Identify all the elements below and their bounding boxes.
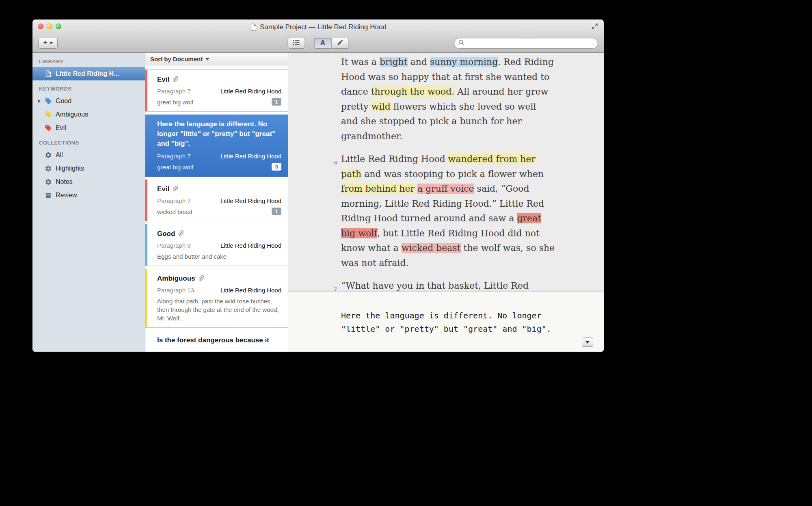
card-title-row: Here the language is different. No longe… <box>157 119 281 149</box>
note-editor[interactable]: Here the language is different. No longe… <box>288 292 604 336</box>
screen: Sample Project — Little Red Riding Hood … <box>0 0 812 506</box>
sort-by-document-dropdown[interactable]: Sort by Document <box>145 53 288 65</box>
panel-collapse-button[interactable] <box>582 337 593 347</box>
list-icon <box>292 39 300 47</box>
fullscreen-button[interactable] <box>591 23 599 31</box>
search-input[interactable] <box>467 40 594 47</box>
titlebar: Sample Project — Little Red Riding Hood <box>32 19 604 33</box>
annotate-mode-button[interactable] <box>331 38 349 49</box>
collection-label: Notes <box>56 178 73 186</box>
add-button[interactable]: + <box>38 38 58 49</box>
keywords-list: Good Ambiguous Evil <box>32 94 145 134</box>
text-segment[interactable]: bright <box>380 57 408 67</box>
window-title: Sample Project — Little Red Riding Hood <box>260 23 387 31</box>
library-item-little-red-riding-hood[interactable]: Little Red Riding H... <box>32 67 145 80</box>
collections-list: All Highlights <box>32 148 145 202</box>
pencil-icon <box>337 39 343 47</box>
zoom-button[interactable] <box>56 24 61 29</box>
annotation-card[interactable]: Evil Paragraph 7 Little Red Riding Hood <box>145 179 288 221</box>
text-segment[interactable]: sunny morning <box>430 57 498 67</box>
clipped-card-above <box>145 65 288 70</box>
note-text-line: "little" or "pretty" but "great" and "bi… <box>341 322 587 336</box>
main-content: LIBRARY Little Red Riding H... KEYWORDS <box>32 53 604 352</box>
text-segment: and <box>408 57 430 67</box>
archive-box-icon <box>45 192 52 199</box>
card-title-row: Is the forest dangerous because it <box>157 335 281 345</box>
card-color-stripe <box>145 269 147 327</box>
sidebar-item-keyword[interactable]: Good <box>32 94 145 108</box>
card-excerpt: great big wolf <box>157 98 193 106</box>
keyword-label: Evil <box>56 124 66 132</box>
text-segment[interactable]: wicked beast <box>402 243 461 253</box>
document-icon <box>250 24 257 31</box>
sidebar-item-collection[interactable]: All <box>32 148 145 162</box>
text-segment[interactable]: wild <box>371 102 391 112</box>
card-title-row: Evil <box>157 75 281 84</box>
text-segment: and was stooping to pick a flower when <box>361 169 544 179</box>
sidebar-item-collection[interactable]: Notes <box>32 175 145 188</box>
disclosure-triangle-icon[interactable] <box>38 99 41 103</box>
document-icon <box>45 70 52 78</box>
card-excerpt-row: Along that path, past the wild rose bush… <box>157 297 281 322</box>
search-field <box>454 38 598 49</box>
card-list: Evil Paragraph 7 Little Red Riding Hood <box>145 70 288 352</box>
list-view-button[interactable] <box>287 38 305 49</box>
library-header: LIBRARY <box>32 53 145 67</box>
annotation-card[interactable]: Is the forest dangerous because it <box>145 331 288 352</box>
paragraph-text: It was a bright and sunny morning. Red R… <box>341 57 554 141</box>
sidebar-item-collection[interactable]: Highlights <box>32 162 145 175</box>
text-mode-button[interactable]: A <box>314 38 331 49</box>
sidebar: LIBRARY Little Red Riding H... KEYWORDS <box>32 53 145 352</box>
annotation-card[interactable]: Here the language is different. No longe… <box>145 115 288 177</box>
count-badge: 1 <box>272 98 281 106</box>
paragraph: 6 Little Red Riding Hood wandered from h… <box>341 152 555 270</box>
card-paragraph-label: Paragraph 7 <box>157 153 191 160</box>
card-title: Evil <box>157 184 169 194</box>
card-title-row: Good <box>157 229 281 239</box>
card-excerpt-row: great big wolf 3 <box>157 163 281 171</box>
expand-arrows-icon <box>591 25 598 31</box>
card-document-label: Little Red Riding Hood <box>220 197 281 204</box>
card-excerpt: Along that path, past the wild rose bush… <box>157 297 279 322</box>
library-item-label: Little Red Riding H... <box>56 70 119 78</box>
keyword-label: Ambiguous <box>56 111 88 118</box>
card-meta-row: Paragraph 9 Little Red Riding Hood <box>157 242 281 249</box>
card-color-stripe <box>145 224 147 266</box>
card-meta-row: Paragraph 7 Little Red Riding Hood <box>157 197 281 204</box>
keywords-header: KEYWORDS <box>32 80 145 94</box>
document-text-area: It was a bright and sunny morning. Red R… <box>288 53 604 331</box>
chevron-down-icon <box>205 58 209 61</box>
view-controls: A <box>287 38 349 49</box>
sidebar-item-keyword[interactable]: Evil <box>32 121 145 134</box>
count-badge: 3 <box>272 163 281 171</box>
sidebar-item-keyword[interactable]: Ambiguous <box>32 108 145 121</box>
mode-segmented-control: A <box>314 38 349 49</box>
card-title: Ambiguous <box>157 274 195 283</box>
sidebar-item-collection[interactable]: Review <box>32 188 145 202</box>
card-excerpt-row: Eggs and butter and cake <box>157 252 281 261</box>
gear-icon <box>45 165 52 172</box>
tag-icon <box>45 111 52 118</box>
text-segment[interactable]: through the wood. <box>371 86 455 97</box>
text-segment[interactable]: from behind her <box>341 184 415 194</box>
traffic-lights <box>38 24 61 29</box>
annotation-card[interactable]: Good Paragraph 9 Little Red Riding Hood <box>145 224 288 266</box>
close-button[interactable] <box>38 24 43 29</box>
card-title-row: Ambiguous <box>157 274 281 283</box>
card-excerpt: great big wolf <box>157 163 193 171</box>
annotation-card[interactable]: Evil Paragraph 7 Little Red Riding Hood <box>145 70 288 112</box>
count-badge: 1 <box>272 208 281 215</box>
collection-label: Highlights <box>56 165 84 172</box>
text-segment[interactable]: a gruff voice <box>417 184 474 194</box>
card-meta-row: Paragraph 7 Little Red Riding Hood <box>157 88 281 95</box>
annotations-list: Evil Paragraph 7 Little Red Riding Hood <box>145 65 288 352</box>
card-excerpt: Eggs and butter and cake <box>157 252 227 261</box>
paperclip-icon <box>173 76 179 84</box>
minimize-button[interactable] <box>47 24 52 29</box>
card-title: Good <box>157 229 175 239</box>
card-document-label: Little Red Riding Hood <box>220 242 281 249</box>
annotation-card[interactable]: Ambiguous Paragraph 13 Little Red Riding… <box>145 269 288 328</box>
sort-label: Sort by Document <box>150 56 203 63</box>
paragraph: It was a bright and sunny morning. Red R… <box>341 55 555 144</box>
window-chrome: Sample Project — Little Red Riding Hood … <box>32 19 604 53</box>
